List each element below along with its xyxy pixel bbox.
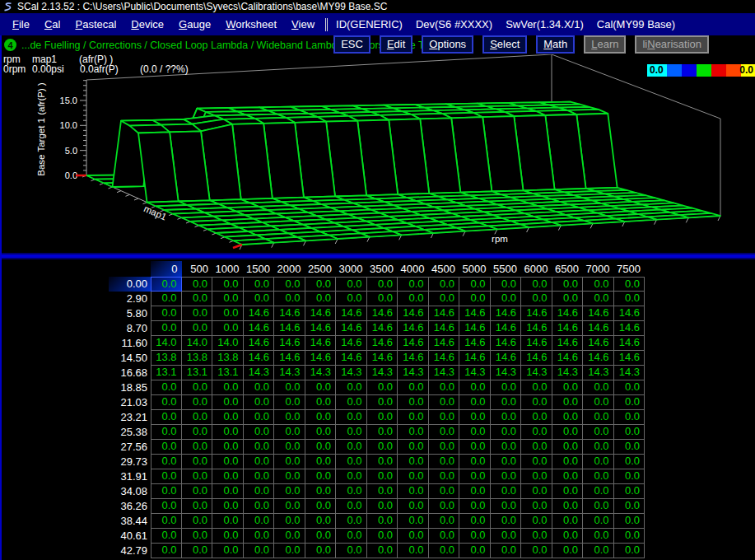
table-cell[interactable]: 0.0: [274, 277, 305, 292]
menu-cal[interactable]: Cal: [37, 16, 68, 32]
table-cell[interactable]: 0.0: [521, 395, 552, 410]
table-cell[interactable]: 0.0: [459, 469, 491, 484]
row-header[interactable]: 11.60: [109, 336, 151, 351]
table-cell[interactable]: 0.0: [274, 529, 305, 544]
table-cell[interactable]: 14.0: [182, 336, 213, 351]
table-cell[interactable]: 0.0: [459, 410, 491, 425]
table-cell[interactable]: 14.6: [614, 321, 645, 336]
table-cell[interactable]: 14.6: [398, 306, 429, 321]
table-cell[interactable]: 0.0: [336, 529, 367, 544]
table-cell[interactable]: 14.3: [274, 366, 305, 380]
table-cell[interactable]: 0.0: [305, 514, 337, 529]
row-header[interactable]: 18.85: [109, 380, 151, 395]
table-cell[interactable]: 0.0: [398, 410, 429, 425]
row-header[interactable]: 42.79: [109, 544, 151, 558]
table-cell[interactable]: 0.0: [367, 544, 398, 558]
table-cell[interactable]: 0.0: [398, 469, 429, 484]
table-cell[interactable]: 0.0: [367, 395, 398, 410]
table-cell[interactable]: 0.0: [244, 499, 275, 514]
row-header[interactable]: 2.90: [109, 292, 151, 306]
table-cell[interactable]: 0.0: [336, 292, 367, 306]
table-cell[interactable]: 0.0: [274, 455, 305, 469]
table-cell[interactable]: 0.0: [182, 306, 213, 321]
table-cell[interactable]: 0.0: [182, 544, 213, 558]
column-header[interactable]: 6500: [552, 261, 584, 277]
table-cell[interactable]: 0.0: [336, 544, 367, 558]
table-cell[interactable]: 13.1: [212, 366, 244, 380]
row-header[interactable]: 27.56: [109, 440, 151, 455]
table-cell[interactable]: 0.0: [429, 395, 460, 410]
row-header[interactable]: 16.68: [109, 366, 151, 380]
table-cell[interactable]: 14.6: [274, 336, 305, 351]
table-cell[interactable]: 14.6: [367, 351, 398, 366]
table-cell[interactable]: 0.0: [459, 544, 491, 558]
table-cell[interactable]: 0.0: [459, 440, 491, 455]
table-cell[interactable]: 0.0: [429, 469, 460, 484]
table-cell[interactable]: 0.0: [244, 380, 275, 395]
table-cell[interactable]: 14.6: [459, 306, 491, 321]
table-cell[interactable]: 0.0: [583, 544, 614, 558]
table-cell[interactable]: 14.6: [491, 306, 522, 321]
table-cell[interactable]: 14.3: [398, 366, 429, 380]
math-button[interactable]: Math: [536, 35, 575, 54]
table-cell[interactable]: 14.3: [583, 366, 614, 380]
table-cell[interactable]: 14.6: [459, 351, 491, 366]
table-cell[interactable]: 0.0: [244, 395, 275, 410]
table-cell[interactable]: 0.0: [398, 277, 429, 292]
table-cell[interactable]: 0.0: [429, 425, 460, 440]
table-cell[interactable]: 0.0: [398, 440, 429, 455]
table-cell[interactable]: 0.0: [429, 499, 460, 514]
table-cell[interactable]: 0.0: [182, 321, 213, 336]
table-cell[interactable]: 0.0: [459, 484, 491, 499]
table-cell[interactable]: 14.6: [583, 336, 614, 351]
table-cell[interactable]: 14.6: [274, 306, 305, 321]
column-header[interactable]: 7500: [614, 261, 645, 277]
table-cell[interactable]: 14.6: [244, 306, 275, 321]
row-header[interactable]: 40.61: [109, 529, 151, 544]
table-cell[interactable]: 0.0: [583, 292, 614, 306]
table-cell[interactable]: 0.0: [151, 292, 182, 306]
table-cell[interactable]: 0.0: [367, 529, 398, 544]
table-cell[interactable]: 14.6: [521, 321, 552, 336]
table-cell[interactable]: 14.6: [459, 336, 491, 351]
table-cell[interactable]: 0.0: [244, 529, 275, 544]
column-header[interactable]: 5500: [491, 261, 522, 277]
table-cell[interactable]: 14.3: [521, 366, 552, 380]
table-cell[interactable]: 0.0: [614, 499, 645, 514]
table-cell[interactable]: 0.0: [367, 292, 398, 306]
table-cell[interactable]: 14.6: [491, 336, 522, 351]
table-cell[interactable]: 14.0: [151, 336, 182, 351]
table-cell[interactable]: 14.6: [583, 351, 614, 366]
table-cell[interactable]: 0.0: [583, 395, 614, 410]
table-cell[interactable]: 0.0: [552, 484, 584, 499]
table-cell[interactable]: 0.0: [212, 469, 244, 484]
table-cell[interactable]: 0.0: [583, 484, 614, 499]
table-cell[interactable]: 14.6: [398, 336, 429, 351]
table-cell[interactable]: 0.0: [491, 544, 522, 558]
table-cell[interactable]: 0.0: [305, 292, 337, 306]
table-cell[interactable]: 0.0: [212, 321, 244, 336]
menu-gauge[interactable]: Gauge: [171, 16, 218, 32]
table-cell[interactable]: 14.6: [305, 336, 337, 351]
table-cell[interactable]: 14.6: [367, 321, 398, 336]
table-cell[interactable]: 0.0: [336, 380, 367, 395]
table-cell[interactable]: 0.0: [305, 277, 337, 292]
table-cell[interactable]: 0.0: [459, 277, 491, 292]
table-cell[interactable]: 0.0: [305, 425, 337, 440]
table-cell[interactable]: 0.0: [274, 544, 305, 558]
table-cell[interactable]: 0.0: [212, 410, 244, 425]
table-cell[interactable]: 0.0: [491, 410, 522, 425]
table-cell[interactable]: 0.0: [212, 529, 244, 544]
table-cell[interactable]: 0.0: [212, 544, 244, 558]
table-cell[interactable]: 0.0: [182, 395, 213, 410]
table-cell[interactable]: 0.0: [151, 410, 182, 425]
table-cell[interactable]: 0.0: [521, 277, 552, 292]
table-cell[interactable]: 0.0: [521, 484, 552, 499]
table-cell[interactable]: 0.0: [305, 440, 337, 455]
row-header[interactable]: 29.73: [109, 455, 151, 469]
table-cell[interactable]: 0.0: [305, 380, 337, 395]
table-cell[interactable]: 0.0: [274, 425, 305, 440]
table-cell[interactable]: 0.0: [182, 410, 213, 425]
table-cell[interactable]: 0.0: [367, 514, 398, 529]
table-cell[interactable]: 0.0: [552, 469, 584, 484]
